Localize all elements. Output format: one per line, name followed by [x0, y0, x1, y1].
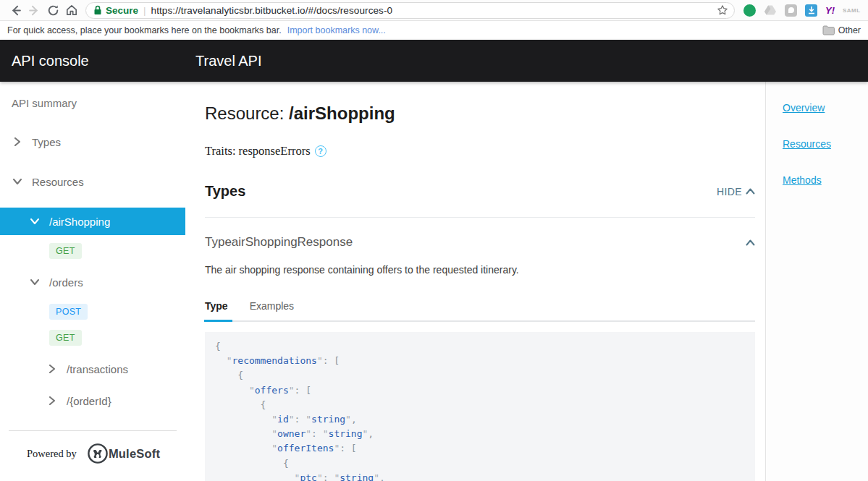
airshopping-label: /airShopping — [49, 216, 110, 228]
mulesoft-wordmark: MuleSoft — [109, 447, 160, 461]
toc-link-methods[interactable]: Methods — [783, 174, 868, 186]
yahoo-icon[interactable]: Y! — [825, 5, 835, 16]
sidebar-item-orderid[interactable]: /{orderId} — [0, 387, 185, 414]
sidebar-item-transactions[interactable]: /transactions — [0, 355, 185, 383]
drive-icon[interactable] — [764, 4, 777, 16]
import-bookmarks-link[interactable]: Import bookmarks now... — [287, 25, 386, 35]
browser-toolbar: Secure | https://travelanalyticsbr.bitbu… — [0, 0, 868, 21]
other-bookmarks[interactable]: Other — [822, 25, 861, 35]
home-icon — [65, 4, 78, 17]
transactions-label: /transactions — [67, 363, 128, 375]
orders-get-row[interactable]: GET — [0, 329, 185, 346]
back-icon — [9, 4, 22, 17]
download-icon[interactable] — [805, 4, 817, 17]
resource-name: /airShopping — [289, 103, 395, 123]
type-panel-header[interactable]: TypeairShoppingResponse — [205, 235, 755, 250]
types-label: Types — [32, 136, 61, 148]
chevron-down-icon — [29, 276, 41, 288]
mulesoft-logo-icon — [87, 443, 109, 464]
api-title: Travel API — [185, 53, 262, 69]
tab-examples[interactable]: Examples — [250, 300, 294, 312]
help-icon[interactable]: ? — [315, 145, 326, 157]
extensions-area: Y! SAML — [743, 4, 861, 17]
hangouts-icon[interactable] — [743, 4, 756, 17]
lock-icon — [93, 5, 102, 15]
address-bar[interactable]: Secure | https://travelanalyticsbr.bitbu… — [85, 2, 735, 19]
chevron-up-icon[interactable] — [746, 239, 755, 246]
main-content: Resource: /airShopping Traits: responseE… — [185, 82, 765, 481]
other-bookmarks-label: Other — [838, 25, 861, 35]
airshopping-get-row[interactable]: GET — [0, 242, 185, 260]
forward-button[interactable] — [25, 1, 43, 20]
sidebar-item-orders[interactable]: /orders — [0, 268, 185, 296]
resource-title: Resource: /airShopping — [205, 103, 755, 124]
url-text: https://travelanalyticsbr.bitbucket.io/#… — [151, 5, 717, 16]
get-method-badge[interactable]: GET — [49, 330, 82, 346]
chevron-up-icon — [746, 188, 755, 195]
resources-label: Resources — [32, 176, 84, 188]
orderid-label: /{orderId} — [67, 395, 111, 407]
bookmarks-hint: For quick access, place your bookmarks h… — [7, 25, 282, 35]
toc-link-overview[interactable]: Overview — [783, 102, 868, 114]
section-divider — [205, 217, 755, 218]
powered-by: Powered by MuleSoft — [0, 443, 185, 464]
forward-icon — [28, 4, 41, 17]
hide-label: HIDE — [717, 186, 742, 197]
chevron-down-icon — [29, 216, 41, 227]
type-tabs: Type Examples — [205, 300, 755, 322]
chevron-right-icon — [46, 363, 58, 375]
powered-by-label: Powered by — [27, 448, 77, 460]
chevron-down-icon — [12, 176, 23, 187]
api-summary-label: API summary — [12, 97, 77, 109]
nav-sidebar: API summary Types Resources /airShopping… — [0, 82, 185, 481]
orders-post-row[interactable]: POST — [0, 303, 185, 320]
traits-line: Traits: responseErrors ? — [205, 144, 755, 158]
orders-label: /orders — [49, 276, 83, 289]
folder-icon — [822, 25, 835, 35]
toc-link-resources[interactable]: Resources — [783, 138, 868, 150]
sidebar-item-airshopping[interactable]: /airShopping — [0, 208, 185, 235]
types-heading: Types — [205, 183, 245, 200]
reload-icon — [47, 4, 59, 17]
toc-sidebar: Overview Resources Methods — [765, 82, 868, 481]
resource-prefix: Resource: — [205, 103, 289, 123]
type-name: TypeairShoppingResponse — [205, 235, 353, 250]
chevron-right-icon — [46, 395, 58, 406]
star-icon[interactable] — [717, 4, 728, 16]
get-method-badge[interactable]: GET — [49, 243, 82, 259]
sidebar-divider — [9, 430, 177, 431]
types-section-header: Types HIDE — [205, 183, 755, 200]
home-button[interactable] — [62, 1, 81, 20]
photos-icon[interactable] — [785, 4, 797, 17]
back-button[interactable] — [6, 1, 25, 20]
bookmarks-bar: For quick access, place your bookmarks h… — [0, 21, 868, 40]
post-method-badge[interactable]: POST — [49, 304, 88, 320]
type-description: The air shopping response containing off… — [205, 264, 755, 276]
tab-type[interactable]: Type — [205, 300, 228, 312]
chevron-right-icon — [12, 136, 23, 148]
omnibox-divider: | — [143, 5, 146, 16]
traits-text: Traits: responseErrors — [205, 144, 311, 158]
console-title: API console — [0, 53, 185, 69]
reload-button[interactable] — [43, 1, 62, 20]
code-block[interactable]: { "recommendations": [ { "offers": [ { "… — [205, 332, 755, 481]
hide-button[interactable]: HIDE — [717, 186, 755, 197]
sidebar-item-types[interactable]: Types — [0, 128, 185, 156]
secure-label: Secure — [106, 5, 138, 16]
app-header: API console Travel API — [0, 40, 868, 82]
sidebar-item-api-summary[interactable]: API summary — [0, 92, 185, 114]
sidebar-item-resources[interactable]: Resources — [0, 168, 185, 195]
saml-extension[interactable]: SAML — [843, 7, 861, 14]
